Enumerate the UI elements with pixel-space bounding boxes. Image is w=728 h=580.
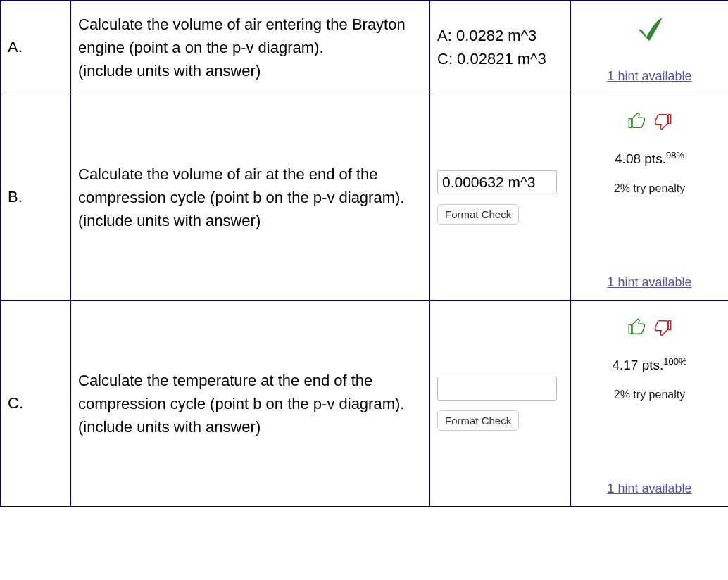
question-text: Calculate the volume of air entering the… xyxy=(71,1,430,94)
status-cell: 4.17 pts.100% 2% try penalty 1 hint avai… xyxy=(571,301,729,507)
thumbs-up-icon[interactable] xyxy=(627,317,647,341)
hint-link[interactable]: 1 hint available xyxy=(607,69,691,84)
table-row: B. Calculate the volume of air at the en… xyxy=(1,94,729,301)
penalty-text: 2% try penalty xyxy=(614,389,685,401)
hint-link[interactable]: 1 hint available xyxy=(607,481,691,496)
format-check-button[interactable]: Format Check xyxy=(437,204,519,225)
thumbs-row xyxy=(627,317,672,341)
question-text: Calculate the volume of air at the end o… xyxy=(71,94,430,301)
penalty-text: 2% try penalty xyxy=(614,182,685,195)
row-label: A. xyxy=(1,1,71,94)
status-cell: 4.08 pts.98% 2% try penalty 1 hint avail… xyxy=(571,94,729,301)
table-row: A. Calculate the volume of air entering … xyxy=(1,1,729,94)
answer-cell: Format Check xyxy=(430,301,571,507)
answer-input[interactable] xyxy=(437,377,557,401)
question-text: Calculate the temperature at the end of … xyxy=(71,301,430,507)
question-table: A. Calculate the volume of air entering … xyxy=(0,0,728,507)
table-row: C. Calculate the temperature at the end … xyxy=(1,301,729,507)
answer-cell: A: 0.0282 m^3C: 0.02821 m^3 xyxy=(430,1,571,94)
format-check-button[interactable]: Format Check xyxy=(437,410,519,431)
row-label: B. xyxy=(1,94,71,301)
thumbs-row xyxy=(627,111,672,134)
answer-cell: Format Check xyxy=(430,94,571,301)
thumbs-up-icon[interactable] xyxy=(627,111,647,134)
thumbs-down-icon[interactable] xyxy=(653,317,672,341)
checkmark-icon xyxy=(634,13,665,48)
points-text: 4.08 pts.98% xyxy=(615,150,684,167)
points-text: 4.17 pts.100% xyxy=(612,356,686,373)
hint-link[interactable]: 1 hint available xyxy=(607,275,691,290)
answer-input[interactable] xyxy=(437,170,557,194)
thumbs-down-icon[interactable] xyxy=(653,111,672,134)
status-cell: 1 hint available xyxy=(571,1,729,94)
row-label: C. xyxy=(1,301,71,507)
